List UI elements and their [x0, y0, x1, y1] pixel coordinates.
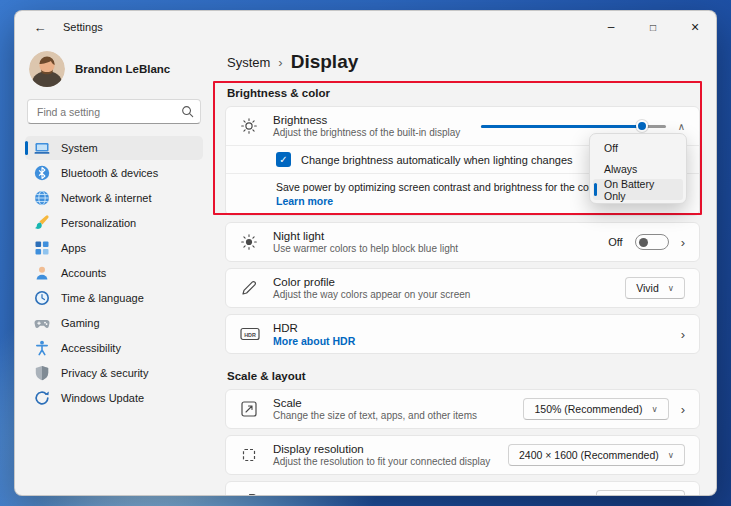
orientation-title: Display orientation [273, 495, 368, 496]
color-profile-selected-value: Vivid [636, 282, 659, 294]
section-heading-scale-layout: Scale & layout [227, 370, 700, 382]
sidebar-item-network-internet[interactable]: Network & internet [25, 186, 203, 210]
titlebar[interactable]: ← Settings – □ × [15, 11, 716, 43]
accounts-person-icon [34, 265, 50, 281]
color-profile-pen-icon [240, 279, 260, 297]
more-about-hdr-link[interactable]: More about HDR [273, 335, 355, 347]
minimize-button[interactable]: – [590, 11, 632, 43]
brightness-sun-icon [240, 117, 260, 135]
chevron-up-icon[interactable]: ∧ [678, 121, 685, 132]
chevron-right-icon: › [681, 328, 685, 341]
sidebar-nav: System Bluetooth & devices Network & int… [25, 136, 203, 410]
dropdown-option-on-battery-only[interactable]: On Battery Only [593, 179, 683, 200]
close-icon: × [691, 19, 699, 35]
sidebar-item-system[interactable]: System [25, 136, 203, 160]
section-heading-brightness-color: Brightness & color [227, 87, 700, 99]
dropdown-option-label: On Battery Only [604, 178, 675, 202]
scale-selected-value: 150% (Recommended) [534, 403, 642, 415]
night-light-title: Night light [273, 230, 458, 242]
sidebar-item-gaming[interactable]: Gaming [25, 311, 203, 335]
brightness-slider-thumb[interactable] [636, 120, 648, 132]
resolution-title: Display resolution [273, 443, 490, 455]
resolution-select[interactable]: 2400 × 1600 (Recommended) ∨ [508, 444, 685, 466]
brightness-description: Adjust the brightness of the built-in di… [273, 127, 460, 138]
sidebar-item-apps[interactable]: Apps [25, 236, 203, 260]
hdr-icon: HDR [240, 325, 260, 343]
orientation-selected-value: Landscape [607, 495, 658, 496]
search-input[interactable] [27, 99, 201, 124]
orientation-row: Display orientation Landscape ∨ [226, 482, 699, 496]
minimize-icon: – [608, 20, 615, 34]
breadcrumb-parent[interactable]: System [227, 52, 270, 73]
orientation-icon [240, 492, 260, 496]
settings-window: ← Settings – □ × [14, 10, 717, 496]
chevron-right-icon: › [681, 236, 685, 249]
sidebar-item-privacy-security[interactable]: Privacy & security [25, 361, 203, 385]
gamepad-icon [34, 315, 50, 331]
check-icon: ✓ [279, 154, 287, 165]
night-light-card: Night light Use warmer colors to help bl… [225, 222, 700, 262]
night-light-toggle[interactable] [635, 234, 669, 250]
dropdown-option-always[interactable]: Always [593, 158, 683, 179]
apps-grid-icon [34, 240, 50, 256]
color-profile-title: Color profile [273, 276, 470, 288]
sidebar-item-label: Apps [61, 242, 86, 254]
learn-more-link[interactable]: Learn more [276, 195, 333, 207]
maximize-button[interactable]: □ [632, 11, 674, 43]
auto-brightness-checkbox[interactable]: ✓ [276, 152, 291, 167]
sidebar-item-label: Accounts [61, 267, 106, 279]
main-content: System › Display Brightness & color Brig… [211, 43, 716, 496]
dropdown-option-off[interactable]: Off [593, 137, 683, 158]
toggle-knob [639, 238, 648, 247]
auto-brightness-label: Change brightness automatically when lig… [301, 154, 573, 166]
dropdown-option-label: Always [604, 163, 637, 175]
user-name: Brandon LeBlanc [75, 63, 170, 75]
orientation-select[interactable]: Landscape ∨ [596, 490, 685, 496]
sidebar-item-label: Gaming [61, 317, 100, 329]
brightness-slider-fill [481, 125, 642, 128]
sidebar-item-label: Bluetooth & devices [61, 167, 158, 179]
sidebar-item-label: System [61, 142, 98, 154]
accessibility-person-icon [34, 340, 50, 356]
resolution-selected-value: 2400 × 1600 (Recommended) [519, 449, 659, 461]
sidebar-item-label: Windows Update [61, 392, 144, 404]
hdr-card: HDR HDR More about HDR › [225, 314, 700, 354]
user-profile[interactable]: Brandon LeBlanc [29, 51, 201, 87]
maximize-icon: □ [650, 22, 656, 33]
network-globe-icon [34, 190, 50, 206]
scale-select[interactable]: 150% (Recommended) ∨ [523, 398, 668, 420]
night-light-row[interactable]: Night light Use warmer colors to help bl… [226, 223, 699, 261]
brightness-slider[interactable] [481, 119, 666, 133]
sidebar-item-label: Privacy & security [61, 367, 148, 379]
close-button[interactable]: × [674, 11, 716, 43]
brightness-slider-track[interactable] [481, 125, 666, 128]
scale-description: Change the size of text, apps, and other… [273, 410, 477, 421]
sidebar-item-time-language[interactable]: Time & language [25, 286, 203, 310]
update-arrows-icon [34, 390, 50, 406]
sidebar-item-accounts[interactable]: Accounts [25, 261, 203, 285]
sidebar-item-personalization[interactable]: Personalization [25, 211, 203, 235]
shield-icon [34, 365, 50, 381]
back-icon: ← [34, 20, 47, 35]
scale-row[interactable]: Scale Change the size of text, apps, and… [226, 390, 699, 428]
back-button[interactable]: ← [29, 16, 51, 38]
night-light-icon [240, 233, 260, 251]
sidebar-item-bluetooth-devices[interactable]: Bluetooth & devices [25, 161, 203, 185]
battery-dropdown-menu: Off Always On Battery Only [589, 133, 687, 204]
chevron-down-icon: ∨ [651, 404, 657, 414]
personalization-brush-icon [34, 215, 50, 231]
sidebar-item-windows-update[interactable]: Windows Update [25, 386, 203, 410]
hdr-row[interactable]: HDR HDR More about HDR › [226, 315, 699, 353]
brightness-title: Brightness [273, 114, 460, 126]
window-title: Settings [63, 21, 103, 33]
chevron-right-icon: › [278, 52, 282, 73]
sidebar-item-accessibility[interactable]: Accessibility [25, 336, 203, 360]
night-light-toggle-label: Off [608, 236, 622, 248]
resolution-icon [240, 446, 260, 464]
search-box [27, 99, 201, 124]
color-profile-select[interactable]: Vivid ∨ [625, 277, 685, 299]
scale-icon [240, 400, 260, 418]
search-icon [181, 105, 194, 118]
clock-icon [34, 290, 50, 306]
page-title: Display [291, 51, 359, 73]
